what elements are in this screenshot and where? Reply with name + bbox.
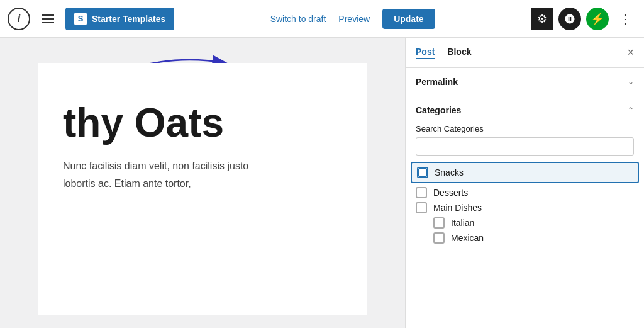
close-sidebar-button[interactable]: × (627, 46, 634, 59)
gear-button[interactable]: ⚙ (531, 8, 553, 30)
update-button[interactable]: Update (382, 9, 435, 29)
toolbar: i S Starter Templates Switch to draft Pr… (0, 0, 644, 38)
sidebar: Post Block × Permalink ⌄ Categories ⌃ Se… (405, 38, 644, 328)
category-item-mexican[interactable]: Mexican (416, 232, 634, 244)
main-area: thy Oats Nunc facilisis diam velit, non … (0, 38, 644, 328)
info-icon[interactable]: i (8, 8, 30, 30)
bolt-icon: ⚡ (591, 12, 604, 26)
switch-to-draft-link[interactable]: Switch to draft (270, 14, 326, 24)
search-categories-input[interactable] (416, 137, 634, 156)
categories-chevron-icon: ⌃ (628, 106, 634, 115)
sidebar-header: Post Block × (406, 38, 644, 68)
snacks-label: Snacks (435, 167, 464, 178)
main-dishes-checkbox[interactable] (416, 202, 427, 213)
mexican-label: Mexican (451, 233, 484, 243)
bolt-avatar[interactable]: ⚡ (586, 8, 609, 30)
toolbar-right: ⚙ ⚡ ⋮ (531, 8, 636, 30)
category-list: Snacks Desserts Main Dishes (416, 162, 634, 244)
categories-label: Categories (416, 105, 461, 115)
more-options-button[interactable]: ⋮ (614, 9, 636, 29)
toolbar-left: i S Starter Templates (8, 8, 174, 30)
editor-content: thy Oats Nunc facilisis diam velit, non … (38, 63, 367, 315)
editor-area: thy Oats Nunc facilisis diam velit, non … (0, 38, 405, 328)
permalink-label: Permalink (416, 77, 458, 87)
categories-section-header[interactable]: Categories ⌃ (406, 96, 644, 124)
main-dishes-label: Main Dishes (433, 203, 482, 213)
permalink-chevron-icon: ⌄ (628, 77, 634, 86)
category-item-snacks[interactable]: Snacks (411, 162, 639, 183)
categories-section: Categories ⌃ Search Categories Snacks De… (406, 96, 644, 254)
starter-templates-icon: S (74, 13, 87, 25)
body-text: Nunc facilisis diam velit, non facilisis… (63, 157, 277, 191)
page-heading: thy Oats (63, 101, 342, 145)
category-item-italian[interactable]: Italian (416, 217, 634, 229)
snacks-checkbox[interactable] (417, 167, 428, 178)
tab-block[interactable]: Block (447, 47, 471, 59)
permalink-section-header[interactable]: Permalink ⌄ (406, 68, 644, 96)
tab-post[interactable]: Post (416, 47, 435, 59)
desserts-checkbox[interactable] (416, 187, 427, 198)
categories-content: Search Categories Snacks Desserts (406, 124, 644, 254)
italian-label: Italian (451, 218, 474, 228)
astra-avatar[interactable] (558, 8, 581, 30)
preview-link[interactable]: Preview (338, 14, 370, 24)
mexican-checkbox[interactable] (433, 232, 445, 244)
astra-icon (564, 13, 575, 25)
gear-icon: ⚙ (537, 12, 547, 26)
search-categories-label: Search Categories (416, 124, 634, 133)
category-item-desserts[interactable]: Desserts (416, 187, 634, 198)
starter-templates-button[interactable]: S Starter Templates (65, 8, 174, 30)
category-item-main-dishes[interactable]: Main Dishes (416, 202, 634, 213)
permalink-section: Permalink ⌄ (406, 68, 644, 96)
toolbar-center: Switch to draft Preview Update (174, 9, 531, 29)
italian-checkbox[interactable] (433, 217, 445, 229)
desserts-label: Desserts (433, 188, 468, 198)
menu-icon[interactable] (36, 9, 59, 28)
